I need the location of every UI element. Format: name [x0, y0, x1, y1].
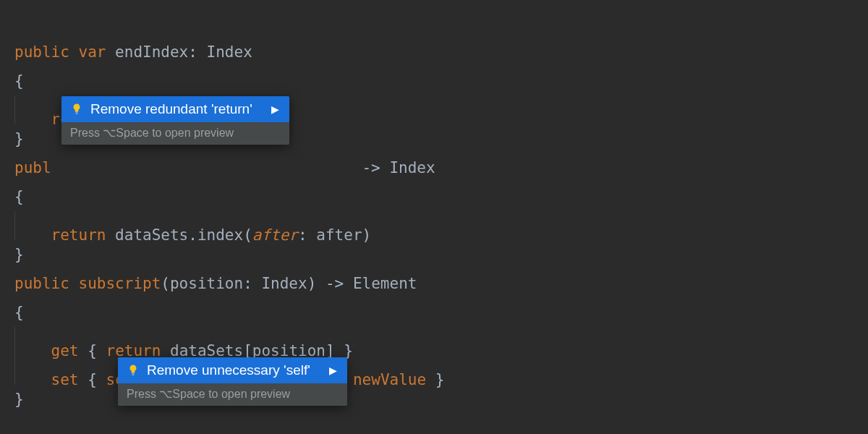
code-line[interactable]: public subscript(position: Index) -> Ele… — [14, 269, 854, 298]
brace-close: } — [14, 391, 24, 408]
type-ref: Element — [353, 275, 417, 292]
paren-close: ) — [307, 275, 317, 292]
type-ref: Index — [207, 43, 252, 61]
brace-close: } — [14, 246, 24, 263]
keyword-newvalue: newValue — [353, 371, 426, 388]
brace-open: { — [88, 371, 97, 388]
brace-open: { — [14, 188, 24, 205]
svg-rect-1 — [76, 114, 78, 114]
dot: . — [188, 226, 197, 244]
brace-open: { — [14, 72, 24, 90]
param-name: position — [170, 275, 243, 292]
colon: : — [298, 226, 307, 244]
arg-value: after — [316, 226, 362, 244]
code-line[interactable]: } — [14, 240, 854, 269]
lightbulb-icon — [70, 103, 83, 116]
code-line[interactable]: return dataSets.index(after: after) — [14, 211, 854, 240]
brace-close: } — [435, 371, 445, 388]
keyword-subscript: subscript — [79, 275, 161, 292]
intention-hint: Press ⌥Space to open preview — [61, 122, 289, 145]
arg-label: after — [252, 226, 298, 244]
keyword-public: public — [14, 43, 69, 61]
keyword-public: public — [14, 275, 69, 292]
code-line[interactable]: { — [14, 298, 854, 327]
type-ref: Index — [261, 275, 307, 292]
code-line[interactable]: { — [14, 182, 854, 211]
method-call: index — [197, 226, 243, 244]
code-line[interactable]: publ -> Index — [14, 153, 854, 182]
paren-open: ( — [161, 275, 170, 292]
type-ref: Index — [389, 159, 435, 176]
brace-close: } — [14, 130, 24, 148]
paren-close: ) — [362, 226, 372, 244]
chevron-right-icon: ▶ — [260, 104, 279, 114]
intention-action-remove-self[interactable]: Remove unnecessary 'self' ▶ — [118, 357, 347, 383]
keyword-public-truncated: publ — [14, 159, 51, 176]
paren-open: ( — [243, 226, 252, 244]
intention-action-label: Remove redundant 'return' — [90, 102, 252, 116]
svg-rect-3 — [132, 375, 135, 375]
arrow: -> — [362, 159, 380, 176]
svg-rect-2 — [132, 373, 135, 374]
var-name: endIndex — [115, 43, 188, 61]
code-line[interactable]: public var endIndex: Index — [14, 38, 854, 67]
code-line[interactable]: get { return dataSets[position] } — [14, 327, 854, 356]
brace-open: { — [14, 304, 24, 321]
code-line[interactable]: { — [14, 67, 854, 95]
intention-popup: Remove redundant 'return' ▶ Press ⌥Space… — [61, 96, 289, 145]
keyword-return: return — [51, 226, 106, 244]
intention-action-label: Remove unnecessary 'self' — [147, 363, 310, 377]
chevron-right-icon: ▶ — [318, 365, 337, 375]
keyword-set: set — [51, 371, 79, 388]
lightbulb-icon — [127, 364, 140, 377]
intention-action-remove-return[interactable]: Remove redundant 'return' ▶ — [61, 96, 289, 122]
identifier: dataSets — [115, 226, 188, 244]
intention-hint: Press ⌥Space to open preview — [118, 383, 347, 406]
colon: : — [243, 275, 252, 292]
keyword-var: var — [79, 43, 106, 61]
arrow: -> — [326, 275, 344, 292]
intention-popup: Remove unnecessary 'self' ▶ Press ⌥Space… — [118, 357, 347, 406]
svg-rect-0 — [75, 112, 78, 113]
colon: : — [188, 43, 197, 61]
